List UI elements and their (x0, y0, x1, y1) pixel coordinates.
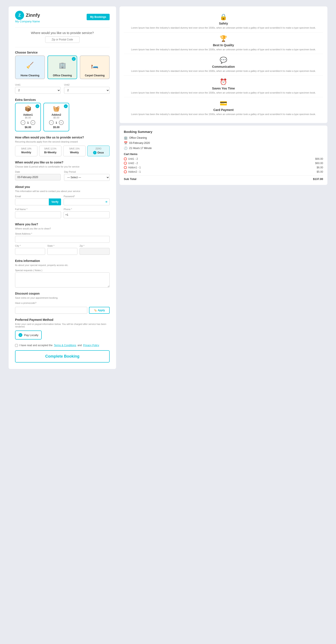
cart-item-addon1-price: $6.00 (317, 166, 323, 169)
phone-input[interactable] (64, 211, 110, 218)
cart-item-addon2-icon: − (124, 170, 127, 173)
freq-once-label: Once (98, 151, 104, 154)
state-input[interactable] (47, 248, 78, 255)
fullname-label: Full Name * (15, 208, 61, 210)
frequency-section: How often would you like us to provide s… (15, 136, 110, 156)
notes-textarea[interactable] (15, 272, 110, 288)
password-group: Password* 👁 (64, 195, 110, 205)
email-group: Email Verify (15, 195, 61, 205)
features-panel: 🔒 Safety Lorem Ipsum has been the indust… (120, 6, 328, 123)
unit1-select[interactable]: 2134 (15, 87, 60, 94)
addon1-increase-btn[interactable]: + (30, 120, 35, 125)
addon2-selected-badge: ✓ (64, 104, 68, 108)
summary-date-row: 📅 03-February-2020 (124, 141, 323, 145)
payment-subtitle: Enter your card or paypal information be… (15, 323, 110, 328)
phone-wrapper: +1 (64, 211, 110, 218)
discount-title: Discount coupon (15, 292, 110, 295)
state-group: State * (47, 244, 78, 255)
terms-conditions-link[interactable]: Terms & Conditions (54, 344, 76, 347)
right-panel: 🔒 Safety Lorem Ipsum has been the indust… (120, 6, 328, 369)
cart-item-addon2-name: Addon2 - 1 (128, 170, 141, 173)
freq-once[interactable]: ZERO ✓ Once (87, 146, 110, 156)
pay-locally-option[interactable]: ✓ Pay Locally (15, 330, 42, 340)
eye-icon[interactable]: 👁 (105, 200, 108, 204)
choose-service-title: Choose Service (15, 51, 110, 54)
promo-input[interactable] (15, 307, 87, 314)
zip-input[interactable] (45, 36, 80, 43)
service-card-home[interactable]: 🧹 Home Cleaning (15, 56, 45, 79)
card-payment-desc: Lorem Ipsum has been the industry's stan… (131, 112, 316, 116)
period-label: Day Period (64, 170, 110, 173)
street-input[interactable] (15, 236, 110, 243)
cart-item-unit2: − Unit2 - 2 $60.00 (124, 162, 323, 165)
freq-monthly-label: Monthly (21, 151, 31, 154)
addon-cards: ✓ 📦 Addon1 $6.00 − 1 + $6.00 ✓ 🧺 Addon2 … (15, 103, 110, 132)
payment-section: Preferred Payment Method Enter your card… (15, 318, 110, 340)
quality-desc: Lorem Ipsum has been the industry's stan… (131, 48, 316, 52)
street-group: Street Address * (15, 232, 110, 243)
cart-item-addon2-price: $5.00 (317, 170, 323, 173)
cart-item-unit1: − Unit1 - 2 $66.00 (124, 158, 323, 160)
pay-locally-label: Pay Locally (24, 334, 38, 337)
cart-item-unit2-price: $60.00 (315, 162, 323, 165)
unit2-select[interactable]: 2134 (64, 87, 110, 94)
tag-icon: 🏷️ (94, 309, 97, 312)
freq-weekly[interactable]: SAVE 15% Weekly (63, 146, 86, 156)
feature-safety: 🔒 Safety Lorem Ipsum has been the indust… (124, 11, 323, 32)
feature-saves-time: ⏰ Saves You Time Lorem Ipsum has been th… (124, 76, 323, 98)
logo-icon: Z (15, 11, 24, 20)
carpet-cleaning-label: Carpet Cleaning (82, 74, 108, 77)
addon1-decrease-btn[interactable]: − (21, 120, 25, 125)
service-card-carpet[interactable]: 🛏️ Carpet Cleaning (80, 56, 110, 79)
terms-prefix: I have read and accepted the (19, 344, 52, 347)
freq-monthly[interactable]: SAVE 10% Monthly (15, 146, 38, 156)
fullname-input[interactable] (15, 211, 61, 218)
password-wrapper: 👁 (64, 198, 110, 205)
addon2-decrease-btn[interactable]: − (49, 120, 54, 125)
password-input[interactable] (64, 198, 110, 205)
addon1-qty-row: − 1 + (18, 120, 38, 125)
carpet-cleaning-image: 🛏️ (82, 58, 108, 73)
summary-duration-row: 🕐 21 Hours 17 Minute (124, 146, 323, 150)
apply-button[interactable]: 🏷️ Apply (89, 307, 110, 314)
notes-label: Special requests ( Notes ) (15, 269, 110, 272)
about-grid: Email Verify Password* 👁 Full Name * (15, 195, 110, 218)
about-title: About you (15, 185, 110, 188)
frequency-subtitle: Recurring discounts apply from the secon… (15, 140, 110, 143)
addon1-card[interactable]: ✓ 📦 Addon1 $6.00 − 1 + $6.00 (15, 103, 41, 132)
period-select[interactable]: — Select — Morning Afternoon Evening (64, 174, 110, 181)
privacy-policy-link[interactable]: Privacy Policy (83, 344, 99, 347)
header: Z Zinnfy My Company Name My Bookings (15, 11, 110, 23)
promo-label: Have a promocode? (15, 302, 110, 304)
date-input[interactable] (15, 174, 60, 180)
booking-summary-panel: Booking Summary 🏢 Office Cleaning 📅 03-F… (120, 126, 328, 185)
cart-item-unit1-price: $66.00 (315, 158, 323, 160)
safety-desc: Lorem Ipsum has been the industry's stan… (131, 26, 316, 30)
service-card-office[interactable]: ✓ 🏢 Office Cleaning (48, 56, 78, 79)
my-bookings-button[interactable]: My Bookings (87, 14, 110, 20)
summary-service-row: 🏢 Office Cleaning (124, 136, 323, 140)
unit1-group: Unit1 2134 (15, 84, 60, 94)
cart-item-addon2: − Addon2 - 1 $5.00 (124, 170, 323, 173)
zip-address-input[interactable] (80, 248, 110, 255)
terms-and: and (78, 344, 82, 347)
cart-item-unit2-name: Unit2 - 2 (128, 162, 138, 165)
addon1-selected-badge: ✓ (36, 104, 39, 108)
city-group: City * (15, 244, 45, 255)
service-cards: 🧹 Home Cleaning ✓ 🏢 Office Cleaning 🛏️ C… (15, 56, 110, 79)
home-cleaning-label: Home Cleaning (17, 74, 43, 77)
terms-checkbox[interactable] (15, 344, 18, 347)
addon2-increase-btn[interactable]: + (59, 120, 64, 125)
verify-button[interactable]: Verify (49, 198, 61, 205)
zip-question: Where would you like us to provide servi… (15, 31, 110, 34)
terms-row: I have read and accepted the Terms & Con… (15, 344, 110, 347)
summary-date-value: 03-February-2020 (129, 142, 150, 144)
freq-weekly-label: Weekly (70, 151, 79, 154)
extra-services-title: Extra Services (15, 98, 110, 102)
extra-info-title: Extra information (15, 259, 110, 262)
city-input[interactable] (15, 248, 45, 255)
date-row: Date Day Period — Select — Morning After… (15, 170, 110, 181)
addon2-card[interactable]: ✓ 🧺 Addon2 $5.00 − 1 + $5.00 (44, 103, 69, 132)
freq-biweekly[interactable]: SAVE 12.5% Bi-Weekly (39, 146, 62, 156)
complete-booking-button[interactable]: Complete Booking (15, 350, 110, 362)
